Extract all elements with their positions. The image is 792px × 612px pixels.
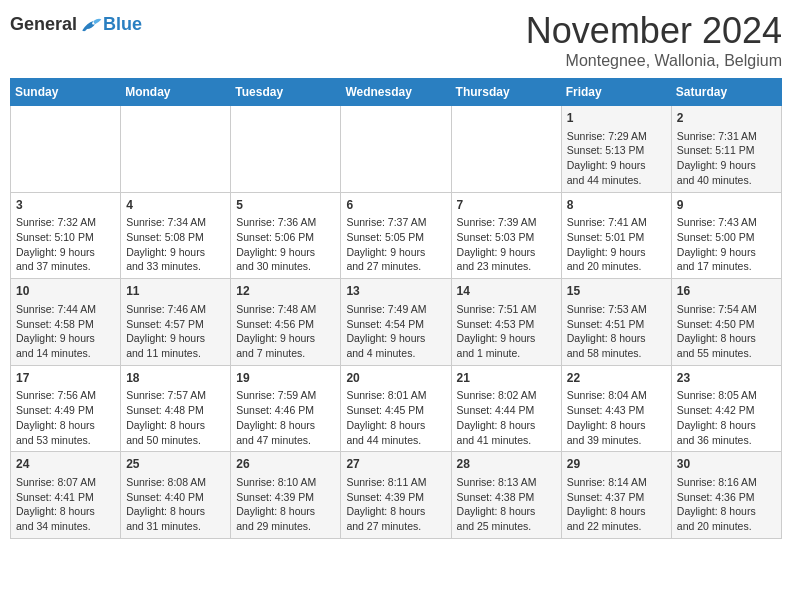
day-number: 8	[567, 197, 666, 214]
day-info: Sunrise: 7:44 AM Sunset: 4:58 PM Dayligh…	[16, 302, 115, 361]
day-info: Sunrise: 7:41 AM Sunset: 5:01 PM Dayligh…	[567, 215, 666, 274]
day-cell: 28Sunrise: 8:13 AM Sunset: 4:38 PM Dayli…	[451, 452, 561, 539]
day-number: 4	[126, 197, 225, 214]
day-info: Sunrise: 7:34 AM Sunset: 5:08 PM Dayligh…	[126, 215, 225, 274]
day-number: 29	[567, 456, 666, 473]
day-cell: 12Sunrise: 7:48 AM Sunset: 4:56 PM Dayli…	[231, 279, 341, 366]
column-header-friday: Friday	[561, 79, 671, 106]
day-number: 1	[567, 110, 666, 127]
day-cell: 16Sunrise: 7:54 AM Sunset: 4:50 PM Dayli…	[671, 279, 781, 366]
logo-blue-text: Blue	[103, 14, 142, 35]
day-number: 2	[677, 110, 776, 127]
day-number: 9	[677, 197, 776, 214]
day-cell: 6Sunrise: 7:37 AM Sunset: 5:05 PM Daylig…	[341, 192, 451, 279]
day-number: 6	[346, 197, 445, 214]
day-number: 21	[457, 370, 556, 387]
day-cell: 17Sunrise: 7:56 AM Sunset: 4:49 PM Dayli…	[11, 365, 121, 452]
day-cell: 2Sunrise: 7:31 AM Sunset: 5:11 PM Daylig…	[671, 106, 781, 193]
day-cell: 8Sunrise: 7:41 AM Sunset: 5:01 PM Daylig…	[561, 192, 671, 279]
day-info: Sunrise: 8:11 AM Sunset: 4:39 PM Dayligh…	[346, 475, 445, 534]
day-number: 22	[567, 370, 666, 387]
column-header-saturday: Saturday	[671, 79, 781, 106]
day-cell: 26Sunrise: 8:10 AM Sunset: 4:39 PM Dayli…	[231, 452, 341, 539]
day-info: Sunrise: 7:57 AM Sunset: 4:48 PM Dayligh…	[126, 388, 225, 447]
day-info: Sunrise: 8:08 AM Sunset: 4:40 PM Dayligh…	[126, 475, 225, 534]
day-cell: 21Sunrise: 8:02 AM Sunset: 4:44 PM Dayli…	[451, 365, 561, 452]
calendar-body: 1Sunrise: 7:29 AM Sunset: 5:13 PM Daylig…	[11, 106, 782, 539]
day-info: Sunrise: 7:48 AM Sunset: 4:56 PM Dayligh…	[236, 302, 335, 361]
day-number: 3	[16, 197, 115, 214]
day-info: Sunrise: 7:49 AM Sunset: 4:54 PM Dayligh…	[346, 302, 445, 361]
day-number: 10	[16, 283, 115, 300]
calendar-header-row: SundayMondayTuesdayWednesdayThursdayFrid…	[11, 79, 782, 106]
day-cell	[341, 106, 451, 193]
day-cell: 30Sunrise: 8:16 AM Sunset: 4:36 PM Dayli…	[671, 452, 781, 539]
column-header-monday: Monday	[121, 79, 231, 106]
day-number: 14	[457, 283, 556, 300]
day-number: 13	[346, 283, 445, 300]
day-cell: 20Sunrise: 8:01 AM Sunset: 4:45 PM Dayli…	[341, 365, 451, 452]
day-number: 30	[677, 456, 776, 473]
month-title: November 2024	[526, 10, 782, 52]
day-number: 5	[236, 197, 335, 214]
day-cell: 10Sunrise: 7:44 AM Sunset: 4:58 PM Dayli…	[11, 279, 121, 366]
day-info: Sunrise: 7:51 AM Sunset: 4:53 PM Dayligh…	[457, 302, 556, 361]
day-info: Sunrise: 8:02 AM Sunset: 4:44 PM Dayligh…	[457, 388, 556, 447]
day-cell	[231, 106, 341, 193]
day-info: Sunrise: 7:31 AM Sunset: 5:11 PM Dayligh…	[677, 129, 776, 188]
day-cell: 11Sunrise: 7:46 AM Sunset: 4:57 PM Dayli…	[121, 279, 231, 366]
day-cell: 3Sunrise: 7:32 AM Sunset: 5:10 PM Daylig…	[11, 192, 121, 279]
week-row-1: 1Sunrise: 7:29 AM Sunset: 5:13 PM Daylig…	[11, 106, 782, 193]
day-number: 25	[126, 456, 225, 473]
day-info: Sunrise: 8:10 AM Sunset: 4:39 PM Dayligh…	[236, 475, 335, 534]
header: General Blue November 2024 Montegnee, Wa…	[10, 10, 782, 70]
title-area: November 2024 Montegnee, Wallonia, Belgi…	[526, 10, 782, 70]
day-info: Sunrise: 8:05 AM Sunset: 4:42 PM Dayligh…	[677, 388, 776, 447]
location-subtitle: Montegnee, Wallonia, Belgium	[526, 52, 782, 70]
week-row-3: 10Sunrise: 7:44 AM Sunset: 4:58 PM Dayli…	[11, 279, 782, 366]
column-header-tuesday: Tuesday	[231, 79, 341, 106]
day-cell: 9Sunrise: 7:43 AM Sunset: 5:00 PM Daylig…	[671, 192, 781, 279]
day-info: Sunrise: 7:32 AM Sunset: 5:10 PM Dayligh…	[16, 215, 115, 274]
day-info: Sunrise: 8:16 AM Sunset: 4:36 PM Dayligh…	[677, 475, 776, 534]
day-number: 23	[677, 370, 776, 387]
day-info: Sunrise: 8:14 AM Sunset: 4:37 PM Dayligh…	[567, 475, 666, 534]
day-info: Sunrise: 7:53 AM Sunset: 4:51 PM Dayligh…	[567, 302, 666, 361]
day-number: 24	[16, 456, 115, 473]
day-cell: 25Sunrise: 8:08 AM Sunset: 4:40 PM Dayli…	[121, 452, 231, 539]
day-number: 17	[16, 370, 115, 387]
day-number: 28	[457, 456, 556, 473]
day-number: 16	[677, 283, 776, 300]
logo-bird-icon	[79, 15, 103, 35]
day-number: 26	[236, 456, 335, 473]
day-info: Sunrise: 7:54 AM Sunset: 4:50 PM Dayligh…	[677, 302, 776, 361]
day-number: 18	[126, 370, 225, 387]
day-info: Sunrise: 7:46 AM Sunset: 4:57 PM Dayligh…	[126, 302, 225, 361]
day-info: Sunrise: 7:37 AM Sunset: 5:05 PM Dayligh…	[346, 215, 445, 274]
day-cell: 13Sunrise: 7:49 AM Sunset: 4:54 PM Dayli…	[341, 279, 451, 366]
day-cell	[451, 106, 561, 193]
day-info: Sunrise: 7:36 AM Sunset: 5:06 PM Dayligh…	[236, 215, 335, 274]
day-info: Sunrise: 7:43 AM Sunset: 5:00 PM Dayligh…	[677, 215, 776, 274]
day-info: Sunrise: 8:01 AM Sunset: 4:45 PM Dayligh…	[346, 388, 445, 447]
day-cell: 29Sunrise: 8:14 AM Sunset: 4:37 PM Dayli…	[561, 452, 671, 539]
day-info: Sunrise: 7:29 AM Sunset: 5:13 PM Dayligh…	[567, 129, 666, 188]
day-info: Sunrise: 8:04 AM Sunset: 4:43 PM Dayligh…	[567, 388, 666, 447]
day-number: 20	[346, 370, 445, 387]
day-cell: 7Sunrise: 7:39 AM Sunset: 5:03 PM Daylig…	[451, 192, 561, 279]
week-row-4: 17Sunrise: 7:56 AM Sunset: 4:49 PM Dayli…	[11, 365, 782, 452]
day-info: Sunrise: 8:07 AM Sunset: 4:41 PM Dayligh…	[16, 475, 115, 534]
day-cell: 19Sunrise: 7:59 AM Sunset: 4:46 PM Dayli…	[231, 365, 341, 452]
day-info: Sunrise: 7:56 AM Sunset: 4:49 PM Dayligh…	[16, 388, 115, 447]
calendar-table: SundayMondayTuesdayWednesdayThursdayFrid…	[10, 78, 782, 539]
week-row-5: 24Sunrise: 8:07 AM Sunset: 4:41 PM Dayli…	[11, 452, 782, 539]
column-header-thursday: Thursday	[451, 79, 561, 106]
day-number: 7	[457, 197, 556, 214]
day-cell: 18Sunrise: 7:57 AM Sunset: 4:48 PM Dayli…	[121, 365, 231, 452]
day-number: 15	[567, 283, 666, 300]
day-cell: 5Sunrise: 7:36 AM Sunset: 5:06 PM Daylig…	[231, 192, 341, 279]
day-cell: 24Sunrise: 8:07 AM Sunset: 4:41 PM Dayli…	[11, 452, 121, 539]
day-info: Sunrise: 7:59 AM Sunset: 4:46 PM Dayligh…	[236, 388, 335, 447]
logo-general-text: General	[10, 14, 77, 35]
day-number: 27	[346, 456, 445, 473]
